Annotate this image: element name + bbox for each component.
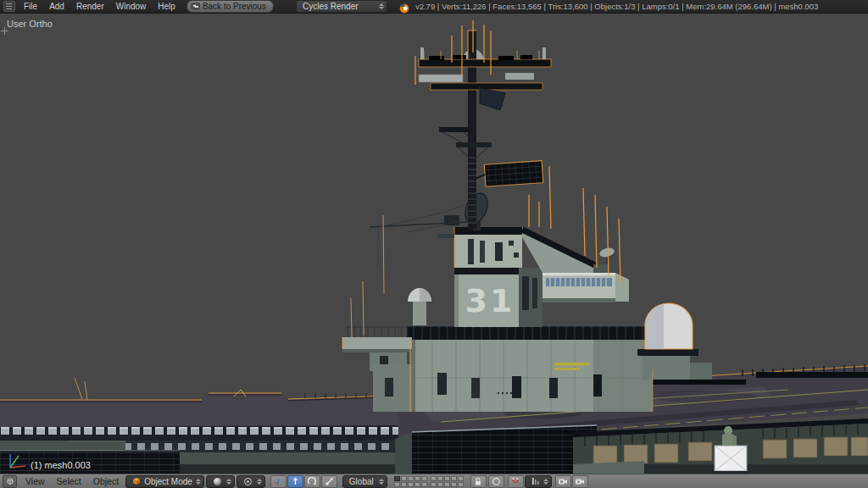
menu-help[interactable]: Help (152, 0, 181, 14)
active-object-label: (1) mesh0.003 (31, 460, 91, 470)
snap-element-select[interactable] (525, 475, 552, 488)
blender-logo-icon (399, 2, 409, 12)
menu-add[interactable]: Add (43, 0, 70, 14)
scale-icon (325, 477, 334, 486)
magnet-icon (511, 477, 520, 486)
translate-manipulator-button[interactable] (287, 475, 303, 488)
back-arrow-icon (191, 3, 200, 10)
object-mode-cube-icon (132, 477, 141, 485)
rotate-manipulator-button[interactable] (304, 475, 320, 488)
stepper-arrows-icon (196, 479, 201, 485)
editor-type-3dview-icon[interactable] (3, 475, 17, 488)
translate-arrow-icon (291, 477, 300, 486)
opengl-render-button[interactable] (555, 475, 571, 488)
viewport-canvas[interactable]: 31 (0, 14, 868, 474)
layer-toggle-grid[interactable] (394, 476, 464, 487)
menu-select[interactable]: Select (52, 474, 86, 488)
shading-sphere-icon (213, 477, 222, 486)
view-mode-label: User Ortho (7, 19, 53, 29)
rotate-arc-icon (308, 477, 317, 486)
stepper-arrows-icon (379, 3, 384, 9)
toolshelf-expand-icon[interactable] (1, 27, 8, 35)
safety-net-center (395, 425, 597, 474)
bridge (542, 269, 629, 302)
stepper-arrows-icon (226, 479, 231, 485)
proportional-circle-icon (492, 477, 501, 486)
stepper-arrows-icon (257, 479, 262, 485)
bedspring-radar (484, 161, 543, 187)
stepper-arrows-icon (379, 479, 384, 485)
opengl-render-anim-button[interactable] (572, 475, 588, 488)
lock-to-scene-button[interactable] (470, 475, 487, 488)
menu-window[interactable]: Window (110, 0, 153, 14)
proportional-edit-button[interactable] (488, 475, 504, 488)
hull-number-text: 31 (465, 282, 515, 319)
editor-type-icon[interactable] (3, 1, 15, 12)
transform-orientation-select[interactable]: Global (342, 475, 387, 488)
menu-object[interactable]: Object (88, 474, 124, 488)
menu-render[interactable]: Render (70, 0, 110, 14)
bridge-windows (546, 278, 612, 286)
viewport-shading-select[interactable] (206, 475, 235, 488)
camera-icon (558, 477, 568, 485)
snap-toggle-button[interactable] (508, 475, 524, 488)
menu-file[interactable]: File (18, 0, 43, 14)
render-engine-select[interactable]: Cycles Render (296, 0, 387, 13)
mode-select[interactable]: Object Mode (125, 475, 204, 488)
back-to-previous-button[interactable]: Back to Previous (186, 0, 274, 13)
pivot-point-select[interactable] (236, 475, 265, 488)
info-header: File Add Render Window Help Back to Prev… (0, 0, 868, 14)
snap-increment-icon (531, 477, 539, 485)
pivot-icon (243, 477, 253, 486)
manipulator-toggle-button[interactable] (270, 475, 287, 488)
scale-manipulator-button[interactable] (321, 475, 337, 488)
camera-animation-icon (575, 477, 585, 485)
menu-view[interactable]: View (20, 474, 50, 488)
3d-viewport[interactable]: 31 (0, 14, 868, 474)
scene-statistics: v2.79 | Verts:11,226 | Faces:13,565 | Tr… (415, 2, 818, 11)
stepper-arrows-icon (543, 479, 548, 485)
lock-icon (474, 477, 482, 486)
manipulator-axis-icon (274, 477, 283, 486)
viewport-header: View Select Object Object Mode (0, 474, 868, 488)
